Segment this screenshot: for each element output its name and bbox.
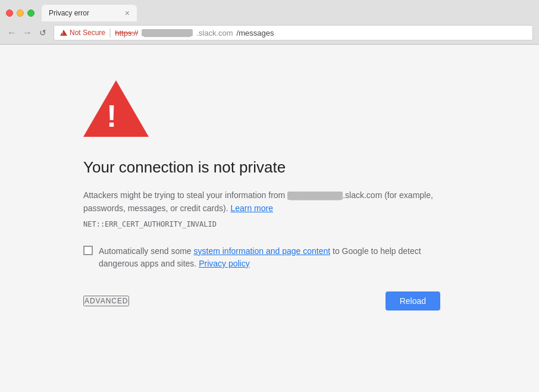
url-domain-redacted: ██████████ <box>142 29 193 36</box>
new-tab-button[interactable] <box>137 5 153 21</box>
advanced-button[interactable]: ADVANCED <box>83 296 129 306</box>
error-description-text-1: Attackers might be trying to steal your … <box>83 190 287 200</box>
page-content: Your connection is not private Attackers… <box>0 45 539 392</box>
browser-tab[interactable]: Privacy error × <box>42 5 137 21</box>
url-https: https:// <box>115 29 138 37</box>
url-separator: | <box>109 27 111 38</box>
reload-button-nav[interactable]: ↺ <box>37 28 49 37</box>
nav-buttons: ← → ↺ <box>6 27 49 38</box>
tab-close-button[interactable]: × <box>125 9 130 17</box>
error-description: Attackers might be trying to steal your … <box>83 189 440 215</box>
minimize-window-button[interactable] <box>17 10 24 17</box>
back-button[interactable]: ← <box>6 27 18 38</box>
url-bar[interactable]: Not Secure | https:// ██████████ .slack.… <box>54 25 533 40</box>
window-controls <box>6 10 35 17</box>
warning-triangle-icon <box>83 80 149 137</box>
send-info-checkbox[interactable] <box>83 246 93 255</box>
domain-suffix: .slack.com <box>343 190 382 200</box>
title-bar: Privacy error × <box>0 0 539 21</box>
error-code: NET::ERR_CERT_AUTHORITY_INVALID <box>83 220 440 228</box>
domain-redacted: ██████████ <box>287 192 343 200</box>
learn-more-link[interactable]: Learn more <box>230 203 273 213</box>
maximize-window-button[interactable] <box>27 10 35 17</box>
close-window-button[interactable] <box>6 10 13 17</box>
privacy-policy-link[interactable]: Privacy policy <box>199 259 250 268</box>
error-title: Your connection is not private <box>83 158 440 177</box>
not-secure-indicator: Not Secure <box>60 29 105 37</box>
address-bar: ← → ↺ Not Secure | https:// ██████████ .… <box>0 21 539 44</box>
warning-icon <box>60 30 67 36</box>
actions-row: ADVANCED Reload <box>83 291 440 311</box>
tab-title: Privacy error <box>49 9 120 17</box>
url-domain-suffix: .slack.com <box>196 29 233 37</box>
error-container: Your connection is not private Attackers… <box>83 80 440 311</box>
checkbox-label-text-1: Automatically send some <box>99 246 194 256</box>
not-secure-label: Not Secure <box>70 29 105 37</box>
checkbox-section: Automatically send some system informati… <box>83 245 440 270</box>
browser-chrome: Privacy error × ← → ↺ Not Secure | https… <box>0 0 539 45</box>
reload-page-button[interactable]: Reload <box>386 291 440 311</box>
checkbox-label: Automatically send some system informati… <box>99 245 440 270</box>
forward-button[interactable]: → <box>21 27 33 38</box>
system-info-link[interactable]: system information and page content <box>194 246 331 256</box>
url-path: /messages <box>237 29 274 37</box>
